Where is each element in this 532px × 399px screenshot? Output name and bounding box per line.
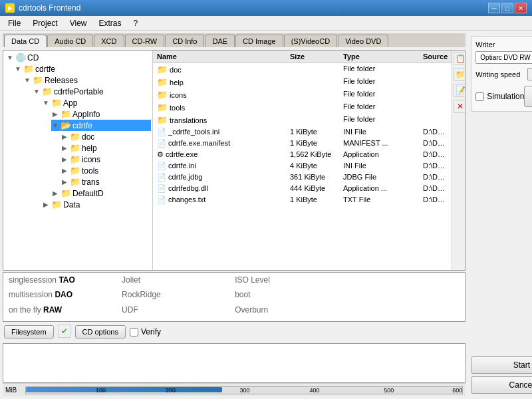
- maximize-button[interactable]: □: [501, 3, 513, 13]
- file-name: 📄 cdrtfedbg.dll: [156, 184, 289, 194]
- tree-item-releases[interactable]: ▼ 📁 Releases: [23, 74, 151, 86]
- file-size: [289, 114, 342, 126]
- tree-label: cdrtfe: [35, 65, 55, 74]
- speed-label: Writing speed: [475, 70, 520, 78]
- tab-video-dvd[interactable]: Video DVD: [338, 35, 388, 47]
- add-folder-button[interactable]: 📁: [454, 68, 465, 81]
- folder-icon: 📁: [61, 188, 71, 198]
- delete-button[interactable]: ✕: [454, 100, 465, 113]
- file-row[interactable]: 📁 icons File folder: [153, 88, 452, 101]
- cancel-button[interactable]: Cancel: [471, 376, 532, 394]
- file-row[interactable]: 📄 _cdrtfe_tools.ini 1 KiByte INI File D:…: [153, 126, 452, 138]
- info-isolevel: ISO Level: [235, 275, 346, 289]
- tree-item-tools[interactable]: ▶ 📁 tools: [61, 165, 151, 176]
- verify-checkbox[interactable]: [130, 328, 138, 336]
- file-size: [289, 102, 342, 113]
- tree-item-appinfo[interactable]: ▶ 📁 AppInfo: [51, 108, 151, 120]
- scale-200: 200: [166, 387, 176, 394]
- tab-cd-image[interactable]: CD Image: [235, 35, 283, 47]
- properties-button[interactable]: 📝: [454, 84, 465, 97]
- info-rockridge: RockRidge: [122, 290, 233, 303]
- tab-svideocd[interactable]: (S)VideoCD: [284, 35, 338, 47]
- file-size: 1,562 KiByte: [289, 150, 342, 160]
- progress-fill: [26, 387, 222, 392]
- check-button[interactable]: ✔: [58, 325, 71, 338]
- main-content: Data CD Audio CD XCD CD-RW CD Info DAE C…: [0, 31, 532, 399]
- tree-panel[interactable]: ▼ 💿 CD ▼ 📁 cdrtfe ▼: [3, 51, 153, 270]
- menu-view[interactable]: View: [65, 17, 92, 29]
- filesystem-button[interactable]: Filesystem: [4, 325, 54, 338]
- col-size[interactable]: Size: [289, 52, 342, 61]
- file-row[interactable]: 📁 translations File folder: [153, 114, 452, 126]
- file-row[interactable]: 📁 doc File folder: [153, 63, 452, 76]
- simulation-checkbox[interactable]: [475, 92, 484, 101]
- folder-open-icon: 📂: [61, 120, 71, 130]
- tree-item-cdrtfeportable[interactable]: ▼ 📁 cdrtfePortable: [33, 86, 151, 97]
- tree-item-icons[interactable]: ▶ 📁 icons: [61, 154, 151, 165]
- info-val-dao: DAO: [55, 290, 72, 299]
- col-source[interactable]: Source: [422, 52, 449, 61]
- file-size: 1 KiByte: [289, 195, 342, 205]
- tab-cd-info[interactable]: CD Info: [165, 35, 204, 47]
- writer-select[interactable]: Optiarc DVD RW AD-7201S: [475, 51, 532, 64]
- tree-label: AppInfo: [72, 110, 100, 119]
- tree-item-app[interactable]: ▼ 📁 App: [42, 97, 151, 108]
- folder-icon: 📁: [70, 177, 80, 187]
- file-row[interactable]: 📁 tools File folder: [153, 101, 452, 114]
- tree-item-data[interactable]: ▶ 📁 Data: [42, 199, 151, 210]
- add-file-button[interactable]: 📋: [454, 52, 465, 65]
- cd-options-button[interactable]: CD options: [75, 325, 126, 338]
- file-list-container[interactable]: Name Size Type Source 📁 doc File folder: [153, 51, 452, 270]
- app-title: cdrtools Frontend: [19, 3, 80, 13]
- tree-item-doc[interactable]: ▶ 📁 doc: [61, 131, 151, 142]
- info-label-rr: RockRidge: [122, 290, 161, 299]
- tree-label: App: [63, 98, 77, 108]
- tree-item-cdrtfe[interactable]: ▼ 📁 cdrtfe: [14, 63, 151, 74]
- tree-toggle[interactable]: ▼: [6, 54, 14, 61]
- start-button[interactable]: Start: [471, 356, 532, 374]
- file-row[interactable]: 📁 help File folder: [153, 76, 452, 88]
- file-row[interactable]: 📄 cdrtfe.ini 4 KiByte INI File D:\Develo: [153, 160, 452, 172]
- tree-item-cdrtfe-selected[interactable]: ▼ 📂 cdrtfe: [51, 120, 151, 131]
- speed-row: Writing speed: [475, 68, 532, 80]
- file-row[interactable]: 📄 cdrtfedbg.dll 444 KiByte Application .…: [153, 183, 452, 194]
- cd-icon: 💿: [15, 53, 26, 63]
- menu-help[interactable]: ?: [128, 17, 144, 29]
- col-type[interactable]: Type: [342, 52, 422, 61]
- minimize-button[interactable]: ─: [488, 3, 500, 13]
- menu-file[interactable]: File: [3, 17, 26, 29]
- file-panel: Name Size Type Source 📁 doc File folder: [153, 51, 465, 270]
- tree-item-cd[interactable]: ▼ 💿 CD: [5, 52, 151, 63]
- window-controls: ─ □ ✕: [488, 3, 527, 13]
- tab-cd-rw[interactable]: CD-RW: [125, 35, 165, 47]
- app-icon: ▶: [5, 3, 15, 13]
- tree-label: CD: [27, 53, 39, 63]
- menu-extras[interactable]: Extras: [94, 17, 127, 29]
- file-row[interactable]: ⚙ cdrtfe.exe 1,562 KiByte Application D:…: [153, 149, 452, 160]
- tree-children-releases: ▼ 📁 cdrtfePortable ▼ 📁 App: [33, 86, 151, 210]
- tree-label: trans: [82, 178, 100, 187]
- file-source: D:\Develo: [422, 138, 449, 148]
- file-row[interactable]: 📄 changes.txt 1 KiByte TXT File D:\Devel…: [153, 194, 452, 205]
- scale-500: 500: [384, 387, 394, 394]
- tab-dae[interactable]: DAE: [205, 35, 235, 47]
- tree-item-trans[interactable]: ▶ 📁 trans: [61, 176, 151, 188]
- tab-xcd[interactable]: XCD: [94, 35, 124, 47]
- tree-item-defaultd[interactable]: ▶ 📁 DefaultD: [51, 188, 151, 199]
- file-row[interactable]: 📄 cdrtfe.exe.manifest 1 KiByte MANIFEST …: [153, 138, 452, 149]
- speed-select[interactable]: [527, 68, 532, 80]
- file-type: MANIFEST ...: [342, 138, 422, 148]
- split-content: ▼ 💿 CD ▼ 📁 cdrtfe ▼: [3, 50, 466, 271]
- writer-group: Writer Optiarc DVD RW AD-7201S Writing s…: [471, 36, 532, 112]
- tab-data-cd[interactable]: Data CD: [4, 35, 47, 47]
- file-row[interactable]: 📄 cdrtfe.jdbg 361 KiByte JDBG File D:\De…: [153, 172, 452, 183]
- file-name: 📄 _cdrtfe_tools.ini: [156, 127, 289, 137]
- menu-bar: File Project View Extras ?: [0, 16, 532, 31]
- menu-project[interactable]: Project: [27, 17, 63, 29]
- info-label-single: singlesession: [9, 275, 57, 285]
- col-name[interactable]: Name: [156, 52, 289, 61]
- close-button[interactable]: ✕: [515, 3, 527, 13]
- tree-item-help[interactable]: ▶ 📁 help: [61, 142, 151, 154]
- fixate-cd-button[interactable]: Fixate CD: [524, 86, 532, 107]
- tab-audio-cd[interactable]: Audio CD: [47, 35, 93, 47]
